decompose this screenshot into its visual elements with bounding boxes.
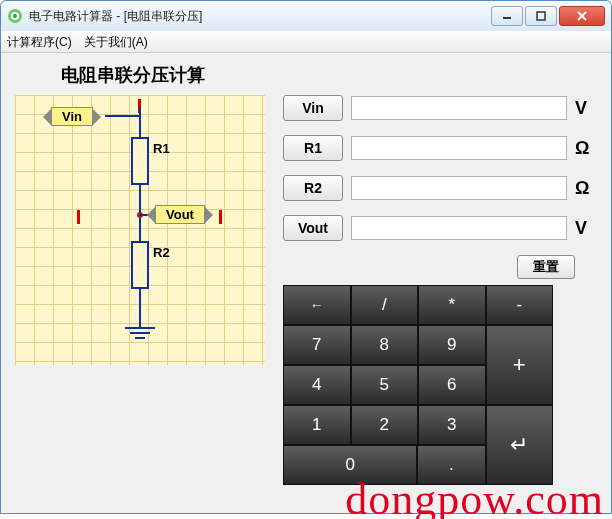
client-area: 电阻串联分压计算 Vin R1 Vout R2 xyxy=(1,53,611,513)
svg-point-2 xyxy=(13,14,17,18)
key-2[interactable]: 2 xyxy=(351,405,419,445)
field-vout: Vout V xyxy=(283,215,597,241)
vin-unit: V xyxy=(575,98,597,119)
field-r2: R2 Ω xyxy=(283,175,597,201)
r1-unit: Ω xyxy=(575,138,597,159)
probe-tick xyxy=(77,210,80,224)
window-controls xyxy=(491,6,605,26)
close-button[interactable] xyxy=(559,6,605,26)
key-9[interactable]: 9 xyxy=(418,325,486,365)
vout-button[interactable]: Vout xyxy=(283,215,343,241)
r1-input[interactable] xyxy=(351,136,567,160)
key-7[interactable]: 7 xyxy=(283,325,351,365)
r2-label: R2 xyxy=(153,245,170,260)
r2-input[interactable] xyxy=(351,176,567,200)
r1-button[interactable]: R1 xyxy=(283,135,343,161)
vout-input[interactable] xyxy=(351,216,567,240)
key-backspace[interactable]: ← xyxy=(283,285,351,325)
key-3[interactable]: 3 xyxy=(418,405,486,445)
field-vin: Vin V xyxy=(283,95,597,121)
r2-unit: Ω xyxy=(575,178,597,199)
minimize-button[interactable] xyxy=(491,6,523,26)
svg-rect-4 xyxy=(537,12,545,20)
vin-input[interactable] xyxy=(351,96,567,120)
app-icon xyxy=(7,8,23,24)
reset-button[interactable]: 重置 xyxy=(517,255,575,279)
ground-symbol xyxy=(125,327,155,339)
resistor-r1 xyxy=(131,137,149,185)
key-5[interactable]: 5 xyxy=(351,365,419,405)
circuit-diagram: Vin R1 Vout R2 xyxy=(15,95,265,365)
window-title: 电子电路计算器 - [电阻串联分压] xyxy=(29,8,491,25)
vin-button[interactable]: Vin xyxy=(283,95,343,121)
r2-button[interactable]: R2 xyxy=(283,175,343,201)
minimize-icon xyxy=(502,11,512,21)
vout-node-label: Vout xyxy=(155,205,205,224)
reset-row: 重置 xyxy=(283,255,575,279)
page-title: 电阻串联分压计算 xyxy=(61,63,597,87)
key-0[interactable]: 0 xyxy=(283,445,417,485)
key-6[interactable]: 6 xyxy=(418,365,486,405)
probe-tick xyxy=(219,210,222,224)
resistor-r2 xyxy=(131,241,149,289)
menu-calc[interactable]: 计算程序(C) xyxy=(7,34,72,51)
content-row: Vin R1 Vout R2 Vin V xyxy=(15,95,597,485)
key-8[interactable]: 8 xyxy=(351,325,419,365)
vout-unit: V xyxy=(575,218,597,239)
key-enter[interactable]: ↵ xyxy=(486,405,554,485)
keypad: ← / * - 7 8 9 4 xyxy=(283,285,553,485)
key-1[interactable]: 1 xyxy=(283,405,351,445)
vin-node-label: Vin xyxy=(51,107,93,126)
key-4[interactable]: 4 xyxy=(283,365,351,405)
close-icon xyxy=(577,11,587,21)
r1-label: R1 xyxy=(153,141,170,156)
field-r1: R1 Ω xyxy=(283,135,597,161)
wire-vin xyxy=(105,115,141,117)
key-dot[interactable]: . xyxy=(417,445,485,485)
key-plus[interactable]: + xyxy=(486,325,554,405)
menu-about[interactable]: 关于我们(A) xyxy=(84,34,148,51)
menubar: 计算程序(C) 关于我们(A) xyxy=(1,31,611,53)
maximize-button[interactable] xyxy=(525,6,557,26)
maximize-icon xyxy=(536,11,546,21)
key-multiply[interactable]: * xyxy=(418,285,486,325)
key-divide[interactable]: / xyxy=(351,285,419,325)
key-minus[interactable]: - xyxy=(486,285,554,325)
app-window: 电子电路计算器 - [电阻串联分压] 计算程序(C) 关于我们(A) 电阻串联分… xyxy=(0,0,612,514)
form-column: Vin V R1 Ω R2 Ω Vout V xyxy=(283,95,597,485)
titlebar: 电子电路计算器 - [电阻串联分压] xyxy=(1,1,611,31)
